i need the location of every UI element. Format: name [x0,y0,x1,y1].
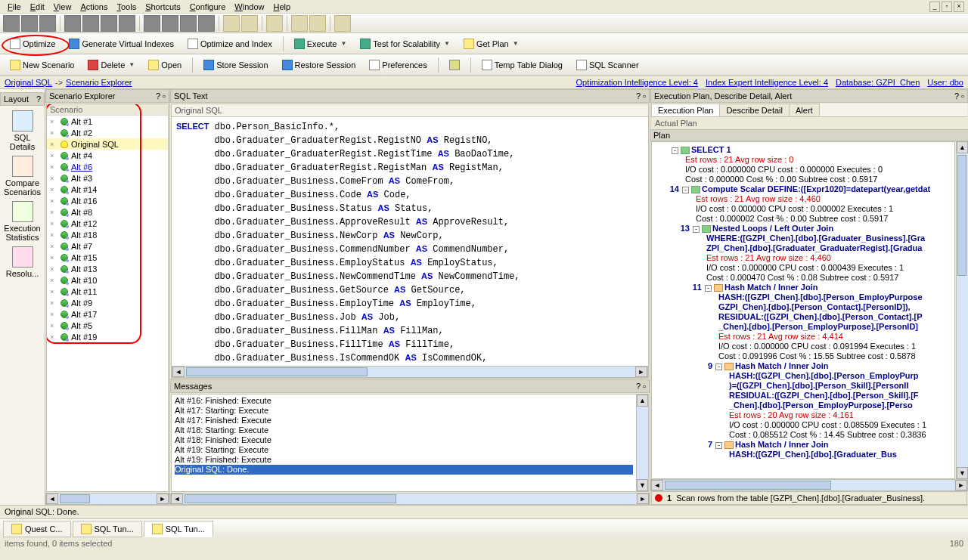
scroll-down-icon[interactable]: ▼ [957,467,968,479]
remove-icon[interactable]: × [50,209,57,216]
plan-scroll-h[interactable]: ◄ ► [650,479,968,491]
help-icon[interactable]: ? [36,94,41,104]
scroll-thumb[interactable] [665,481,831,490]
scroll-down-icon[interactable]: ▼ [637,479,648,491]
remove-icon[interactable]: × [50,152,57,159]
remove-icon[interactable]: × [50,163,57,171]
tab-describe-detail[interactable]: Describe Detail [719,104,790,116]
breadcrumb-scenario-explorer[interactable]: Scenario Explorer [66,78,132,87]
message-row[interactable]: Alt #19: Starting: Execute [175,445,633,455]
tb-icon[interactable] [3,15,20,32]
message-row[interactable]: Alt #17: Starting: Execute [175,406,633,416]
menu-edit[interactable]: Edit [26,2,49,12]
menu-help[interactable]: Help [269,2,296,12]
execute-button[interactable]: Execute▼ [289,36,352,51]
temp-table-dialog-button[interactable]: Temp Table Dialog [476,57,568,73]
remove-icon[interactable]: × [50,118,57,125]
remove-icon[interactable]: × [50,220,57,227]
remove-icon[interactable]: × [50,333,57,341]
tree-toggle-icon[interactable]: - [672,147,678,154]
tb-icon[interactable] [144,15,160,32]
tb-icon[interactable] [291,15,308,32]
tree-toggle-icon[interactable]: - [682,187,689,193]
plan-tree-node[interactable]: 11-Hash Match / Inner JoinHASH:([GZPI_Ch… [688,283,951,361]
dropdown-icon[interactable]: ▼ [129,61,135,68]
remove-icon[interactable]: × [50,311,57,318]
sql-scroll-h[interactable]: ◄ ► [172,366,648,378]
new-scenario-button[interactable]: New Scenario [5,57,79,73]
tab-execution-plan[interactable]: Execution Plan [651,104,720,116]
minimize-button[interactable]: _ [929,2,940,12]
remove-icon[interactable]: × [50,243,57,250]
message-row[interactable]: Alt #18: Finished: Execute [175,435,633,445]
preferences-button[interactable]: Preferences [364,57,432,73]
tab-alert[interactable]: Alert [789,104,820,116]
remove-icon[interactable]: × [50,175,57,182]
close-panel-icon[interactable]: ▫ [643,382,646,391]
scroll-right-icon[interactable]: ► [955,480,967,490]
scroll-left-icon[interactable]: ◄ [171,493,183,504]
message-row[interactable]: Original SQL: Done. [175,465,633,475]
scroll-right-icon[interactable]: ► [637,493,649,504]
lock-button[interactable] [444,57,465,73]
menu-actions[interactable]: Actions [76,2,112,12]
sql-tab[interactable]: Original SQL [172,104,648,117]
store-session-button[interactable]: Store Session [198,57,273,73]
scenario-item[interactable]: ×Alt #19 [47,331,168,342]
tb-icon[interactable] [241,15,258,32]
dropdown-icon[interactable]: ▼ [513,40,519,47]
scroll-right-icon[interactable]: ► [635,367,647,377]
tb-icon[interactable] [119,15,135,32]
tb-icon[interactable] [266,15,283,32]
tree-toggle-icon[interactable]: - [715,442,722,449]
plan-tree-node[interactable]: 7-Hash Match / Inner JoinHASH:([GZPI_Che… [699,440,951,459]
scroll-thumb[interactable] [60,494,90,503]
scenario-item[interactable]: ×Alt #5 [47,320,168,331]
remove-icon[interactable]: × [50,231,57,239]
close-panel-icon[interactable]: ▫ [961,91,964,101]
remove-icon[interactable]: × [50,197,57,205]
scenario-item[interactable]: ×Alt #10 [47,274,168,286]
message-row[interactable]: Alt #18: Starting: Execute [175,425,633,435]
scenario-item[interactable]: ×Original SQL [47,138,168,150]
delete-button[interactable]: Delete▼ [82,57,140,73]
menu-file[interactable]: File [3,2,26,12]
user-link[interactable]: User: dbo [927,78,963,87]
remove-icon[interactable]: × [50,288,57,295]
task-tab-sql-tun-1[interactable]: SQL Tun... [73,521,142,537]
messages-scroll-v[interactable]: ▲▼ [636,394,648,491]
scenario-item[interactable]: ×Alt #3 [47,172,168,184]
execution-statistics-button[interactable]: Execution Statistics [4,201,42,242]
scroll-thumb[interactable] [185,494,396,503]
scenario-item[interactable]: ×Alt #13 [47,263,168,274]
scroll-left-icon[interactable]: ◄ [172,367,185,377]
scenario-item[interactable]: ×Alt #8 [47,206,168,218]
menu-window[interactable]: Window [230,2,268,12]
database-link[interactable]: Database: GZPI_Chen [836,78,920,87]
help-icon[interactable]: ? [636,382,641,391]
scenario-item[interactable]: ×Alt #6 [47,161,168,172]
tb-icon[interactable] [101,15,117,32]
close-button[interactable]: × [954,2,964,12]
scroll-up-icon[interactable]: ▲ [637,394,648,407]
menu-shortcuts[interactable]: Shortcuts [141,2,185,12]
restore-session-button[interactable]: Restore Session [277,57,361,73]
get-plan-button[interactable]: Get Plan▼ [458,36,524,51]
scenario-scroll[interactable]: ◄ ► [45,493,169,505]
scroll-up-icon[interactable]: ▲ [957,141,968,153]
dropdown-icon[interactable]: ▼ [340,40,346,47]
scenario-item[interactable]: ×Alt #9 [47,297,168,308]
remove-icon[interactable]: × [50,265,57,273]
menu-view[interactable]: View [49,2,76,12]
close-panel-icon[interactable]: ▫ [163,91,166,101]
scenario-item[interactable]: ×Alt #14 [47,184,168,195]
plan-tree-node[interactable]: 13-Nested Loops / Left Outer JoinWHERE:(… [676,224,951,283]
gen-virtual-indexes-button[interactable]: Generate Virtual Indexes [64,36,178,51]
remove-icon[interactable]: × [50,299,57,307]
scenario-item[interactable]: ×Alt #18 [47,229,168,240]
plan-tree[interactable]: -SELECT 1Est rows : 21 Avg row size : 0I… [651,141,955,479]
remove-icon[interactable]: × [50,186,57,193]
plan-scroll-v[interactable]: ▲▼ [956,141,968,479]
scenario-item[interactable]: ×Alt #2 [47,127,168,138]
help-icon[interactable]: ? [156,91,160,101]
